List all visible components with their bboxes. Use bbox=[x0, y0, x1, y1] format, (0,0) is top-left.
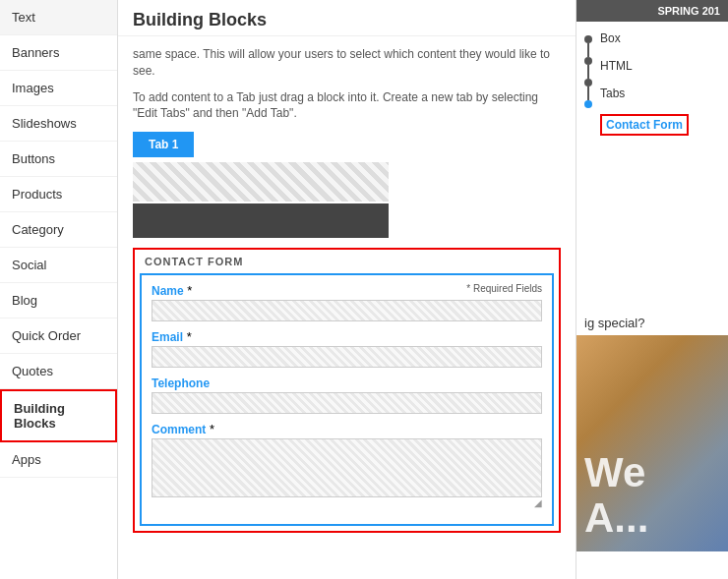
big-text-overlay: WeA... bbox=[584, 450, 648, 541]
block-item-html[interactable]: HTML bbox=[600, 59, 689, 73]
background-image: WeA... bbox=[576, 335, 728, 551]
contact-form-header: CONTACT FORM bbox=[135, 250, 559, 273]
block-box-label: Box bbox=[600, 31, 621, 45]
dot-box bbox=[584, 35, 592, 43]
telephone-input-placeholder[interactable] bbox=[152, 392, 542, 414]
right-panel: SPRING 201 Box HTML bbox=[576, 0, 728, 579]
sidebar-item-quick-order[interactable]: Quick Order bbox=[0, 318, 117, 354]
tab-bar: Tab 1 bbox=[133, 132, 561, 157]
comment-required-star: * bbox=[210, 422, 214, 436]
line-3 bbox=[587, 87, 589, 100]
sidebar-item-blog[interactable]: Blog bbox=[0, 283, 117, 318]
block-html-label: HTML bbox=[600, 59, 633, 73]
form-row-name: * Required Fields Name * bbox=[152, 283, 542, 321]
sidebar-item-images[interactable]: Images bbox=[0, 71, 117, 106]
main-body: same space. This will allow your users t… bbox=[118, 36, 576, 579]
block-tabs-label: Tabs bbox=[600, 87, 625, 100]
tab-1-button[interactable]: Tab 1 bbox=[133, 132, 194, 157]
contact-form-section: CONTACT FORM * Required Fields Name * Em… bbox=[133, 248, 561, 533]
sidebar-item-category[interactable]: Category bbox=[0, 212, 117, 248]
page-title: Building Blocks bbox=[118, 0, 576, 36]
email-required-star: * bbox=[187, 329, 192, 344]
dot-contact-form bbox=[584, 100, 592, 108]
dot-tabs bbox=[584, 79, 592, 87]
sidebar-item-quotes[interactable]: Quotes bbox=[0, 354, 117, 389]
form-row-telephone: Telephone bbox=[152, 376, 542, 414]
special-text: ig special? bbox=[576, 311, 728, 335]
comment-label: Comment bbox=[152, 423, 206, 436]
required-note: * Required Fields bbox=[466, 283, 542, 294]
contact-form-body: * Required Fields Name * Email * bbox=[140, 273, 554, 526]
form-row-email: Email * bbox=[152, 329, 542, 368]
comment-textarea-placeholder[interactable] bbox=[152, 438, 542, 497]
tab-content-placeholder bbox=[133, 162, 389, 202]
sidebar-item-buttons[interactable]: Buttons bbox=[0, 142, 117, 177]
resize-handle-icon: ◢ bbox=[152, 497, 542, 508]
right-panel-image-area: ig special? WeA... bbox=[576, 311, 728, 580]
sidebar: Text Banners Images Slideshows Buttons P… bbox=[0, 0, 118, 579]
main-content-area: Building Blocks same space. This will al… bbox=[118, 0, 576, 579]
name-label: Name bbox=[152, 284, 184, 298]
name-required-star: * bbox=[187, 283, 192, 298]
connector-column bbox=[584, 35, 592, 108]
sidebar-item-social[interactable]: Social bbox=[0, 248, 117, 283]
line-1 bbox=[587, 43, 589, 57]
form-row-comment: Comment * ◢ bbox=[152, 422, 542, 508]
sidebar-item-apps[interactable]: Apps bbox=[0, 442, 117, 478]
block-item-tabs[interactable]: Tabs bbox=[600, 87, 689, 100]
dot-html bbox=[584, 57, 592, 65]
line-2 bbox=[587, 65, 589, 79]
right-panel-header: SPRING 201 bbox=[576, 0, 728, 22]
description-1: same space. This will allow your users t… bbox=[133, 46, 561, 80]
sidebar-item-text[interactable]: Text bbox=[0, 0, 117, 35]
block-contact-form-label: Contact Form bbox=[606, 118, 683, 132]
description-2: To add content to a Tab just drag a bloc… bbox=[133, 89, 561, 123]
block-item-box[interactable]: Box bbox=[600, 31, 689, 45]
sidebar-item-slideshows[interactable]: Slideshows bbox=[0, 106, 117, 142]
email-input-placeholder[interactable] bbox=[152, 346, 542, 368]
block-labels: Box HTML Tabs Contact Form bbox=[600, 31, 689, 136]
sidebar-item-products[interactable]: Products bbox=[0, 177, 117, 212]
sidebar-item-building-blocks[interactable]: Building Blocks bbox=[0, 389, 117, 442]
name-input-placeholder[interactable] bbox=[152, 300, 542, 321]
block-list-container: Box HTML Tabs Contact Form bbox=[584, 31, 720, 136]
sidebar-item-banners[interactable]: Banners bbox=[0, 35, 117, 71]
dark-placeholder bbox=[133, 203, 389, 238]
right-panel-body: Box HTML Tabs Contact Form bbox=[576, 22, 728, 311]
telephone-label: Telephone bbox=[152, 376, 210, 390]
block-item-contact-form[interactable]: Contact Form bbox=[600, 114, 689, 136]
email-label: Email bbox=[152, 330, 183, 344]
